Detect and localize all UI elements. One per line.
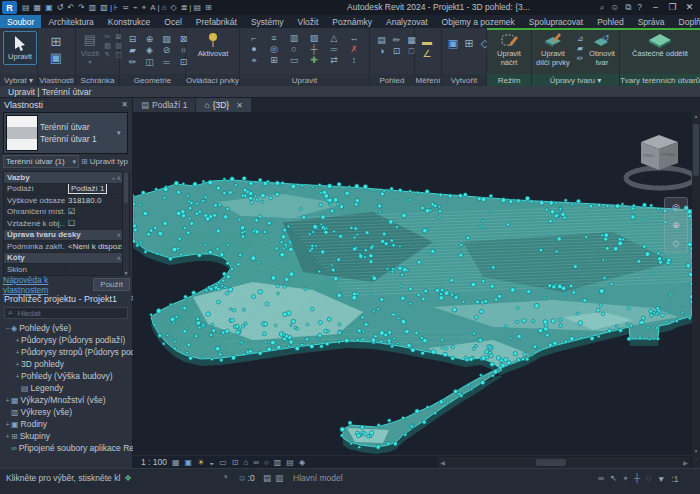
panel-label-vytvorit[interactable]: Vytvořit: [442, 74, 486, 86]
property-row[interactable]: Výškové odsaze...318180.0: [4, 195, 129, 207]
horizontal-scroll-thumb[interactable]: [536, 459, 566, 466]
tree-item-vykresy[interactable]: ▥Výkresy (vše): [0, 406, 133, 418]
tab-prefabrikat[interactable]: Prefabrikát: [189, 15, 244, 28]
tab-ocel[interactable]: Ocel: [157, 15, 188, 28]
tab-objemy-a-pozemek[interactable]: Objemy a pozemek: [435, 15, 522, 28]
revit-logo-icon[interactable]: R: [2, 1, 17, 14]
selection-toggle-icons[interactable]: ∞↖⌖┼◌: [598, 473, 651, 484]
tree-item-rodiny[interactable]: +▣Rodiny: [0, 418, 133, 430]
vertical-scrollbar[interactable]: ▲ ▼: [692, 112, 700, 455]
reset-shape-button[interactable]: ↺ Obnovit tvar: [587, 31, 617, 67]
tree-item-3d-pohledy[interactable]: +3D pohledy: [0, 358, 133, 370]
type-selector-caret-icon[interactable]: ▾: [117, 113, 127, 153]
design-options-icon[interactable]: ▥: [275, 473, 283, 483]
tree-item-pudorysy[interactable]: +Půdorysy (Půdorys podlaží): [0, 334, 133, 346]
tree-item-skupiny[interactable]: +⊞Skupiny: [0, 430, 133, 442]
edit-subelements-button[interactable]: Upravit dílčí prvky: [534, 31, 572, 67]
tab-analyzovat[interactable]: Analyzovat: [379, 15, 435, 28]
apply-button[interactable]: Použít: [93, 278, 130, 291]
view-tab-3d[interactable]: ⌂ {3D} ✕: [196, 98, 250, 112]
tab-poznamky[interactable]: Poznámky: [325, 15, 379, 28]
tree-item-pripojene-soubory[interactable]: ∞Připojené soubory aplikace Revit: [0, 442, 133, 454]
view-control-icons[interactable]: ▦▣☀◒▭⊡⌂∞○▥▤◈: [172, 458, 305, 467]
scale-control[interactable]: 1 : 100: [141, 457, 167, 467]
filter-combo[interactable]: Terénní útvar (1)▾: [3, 155, 79, 168]
resize-grip[interactable]: ⋰: [692, 455, 700, 468]
partially-detach-button[interactable]: Částečně oddělit: [628, 31, 692, 59]
quick-access-toolbar-4[interactable]: ▤⊞: [191, 3, 213, 12]
tab-pohled[interactable]: Pohled: [590, 15, 630, 28]
modify-button[interactable]: Upravit: [3, 31, 37, 65]
paste-button[interactable]: ▤ Vložit ▾: [78, 31, 102, 66]
property-row[interactable]: PodlažíPodlaží 1: [4, 184, 129, 196]
shape-edit-tools[interactable]: ⊿▰✏: [575, 34, 585, 63]
property-row[interactable]: Vztažené k obj...☐: [4, 218, 129, 230]
activate-controls-button[interactable]: Aktivovat: [197, 31, 229, 59]
title-right-tools[interactable]: ⌕☺⧉?: [600, 2, 642, 13]
tree-item-vykazy[interactable]: +▦Výkazy/Množství (vše): [0, 394, 133, 406]
tab-systemy[interactable]: Systémy: [244, 15, 291, 28]
modify-tools[interactable]: ⌐≡▥▨△↔●◎○┼═✗⌖⊞▭✚⇄↕: [246, 33, 362, 66]
panel-label-ovladaci[interactable]: Ovládací prvky: [186, 74, 239, 86]
tab-konstrukce[interactable]: Konstrukce: [101, 15, 158, 28]
panel-label-vybrat[interactable]: Vybrat ▾: [0, 74, 37, 86]
properties-scrollbar[interactable]: ▼: [122, 171, 129, 276]
scroll-left-icon[interactable]: ◀: [438, 459, 447, 466]
browser-search-box[interactable]: ⌕: [4, 307, 128, 319]
panel-label-vlastnosti[interactable]: Vlastnosti: [38, 74, 75, 86]
panel-label-upravit[interactable]: Upravit: [240, 74, 369, 86]
tab-architektura[interactable]: Architektura: [41, 15, 100, 28]
panel-label-mereni[interactable]: Měření: [415, 74, 441, 86]
tab-soubor[interactable]: Soubor: [0, 15, 41, 28]
geometry-tools[interactable]: ⊟⊕▧⊠▰◈⊘⌗✏◫═⊡: [126, 34, 190, 67]
create-tools[interactable]: ▣⊞◇: [447, 37, 491, 50]
search-input[interactable]: [15, 308, 109, 319]
tree-item-pudorysy-stropu[interactable]: +Půdorysy stropů (Půdorys podhledu): [0, 346, 133, 358]
panel-label-rezim[interactable]: Režim: [487, 74, 531, 86]
property-row[interactable]: Podmínka zakři...<Není k dispozici>: [4, 241, 129, 253]
tree-item-legendy[interactable]: ▤Legendy: [0, 382, 133, 394]
filter-icon[interactable]: ▼: [657, 474, 665, 484]
view-tab-podlazi-1[interactable]: ▤ Podlaží 1: [133, 98, 195, 112]
view-tools[interactable]: ▤✏▦◑⊡□: [376, 35, 417, 56]
edit-type-button[interactable]: ⊞ Upravit typ: [79, 155, 130, 168]
panel-label-schranka[interactable]: Schránka: [76, 74, 119, 86]
tab-doplnky[interactable]: Doplňky: [672, 15, 700, 28]
section-row[interactable]: Úprava tvaru desky∧: [4, 230, 129, 242]
quick-access-toolbar[interactable]: ▤▦▣↺↶↷▥▧: [20, 3, 110, 12]
tree-item-pohledy[interactable]: −◈Pohledy (vše): [0, 322, 133, 334]
panel-label-tvary[interactable]: Tvary terénních útvarů: [620, 74, 700, 86]
type-selector[interactable]: Terénní útvar Terénní útvar 1 ▾: [3, 112, 128, 154]
editing-requests-icon[interactable]: ☺: [238, 473, 247, 483]
section-row[interactable]: Kóty∧: [4, 253, 129, 265]
scroll-down-icon[interactable]: ▼: [692, 448, 700, 454]
navigation-bar[interactable]: ◎⊕◇: [664, 197, 688, 253]
horizontal-scrollbar[interactable]: ◀ ▶: [438, 457, 690, 468]
worksets-icon[interactable]: ▤: [263, 473, 271, 483]
tab-spolupracovat[interactable]: Spolupracovat: [522, 15, 590, 28]
scroll-down-icon[interactable]: ▼: [123, 270, 129, 276]
scroll-up-icon[interactable]: ▲: [692, 113, 700, 119]
maximize-button[interactable]: ❐: [664, 0, 681, 15]
tab-vlozit[interactable]: Vložit: [291, 15, 326, 28]
properties-close-icon[interactable]: ✕: [121, 100, 128, 109]
measure-tools[interactable]: ▬∠: [419, 36, 435, 59]
tree-item-pohledy-vyska[interactable]: +Pohledy (Výška budovy): [0, 370, 133, 382]
quick-access-toolbar-2[interactable]: ⊦≍⌁⌖A: [112, 3, 158, 13]
minimize-button[interactable]: –: [647, 0, 664, 15]
quick-access-toolbar-3[interactable]: ⌂◇≣: [160, 3, 190, 12]
drawing-canvas[interactable]: PŘEDZPRAVA: [133, 112, 692, 455]
view-tab-close-icon[interactable]: ✕: [236, 101, 243, 110]
scroll-right-icon[interactable]: ▶: [681, 459, 690, 466]
edit-sketch-button[interactable]: Upravit náčrt: [492, 31, 526, 67]
properties-button[interactable]: ⊞▣: [48, 34, 64, 65]
panel-label-geometrie[interactable]: Geometrie: [120, 74, 185, 86]
vertical-scroll-thumb[interactable]: [693, 124, 699, 176]
property-row[interactable]: Ohraničení míst...☑: [4, 207, 129, 219]
tab-sprava[interactable]: Správa: [631, 15, 672, 28]
section-row[interactable]: Vazby⁎ ∧: [4, 172, 129, 184]
close-button[interactable]: ✕: [681, 0, 698, 15]
panel-label-upravy-tvaru[interactable]: Úpravy tvaru ▾: [532, 74, 619, 86]
status-combo-caret-icon[interactable]: ▾: [224, 473, 228, 481]
panel-label-pohled[interactable]: Pohled: [370, 74, 414, 86]
